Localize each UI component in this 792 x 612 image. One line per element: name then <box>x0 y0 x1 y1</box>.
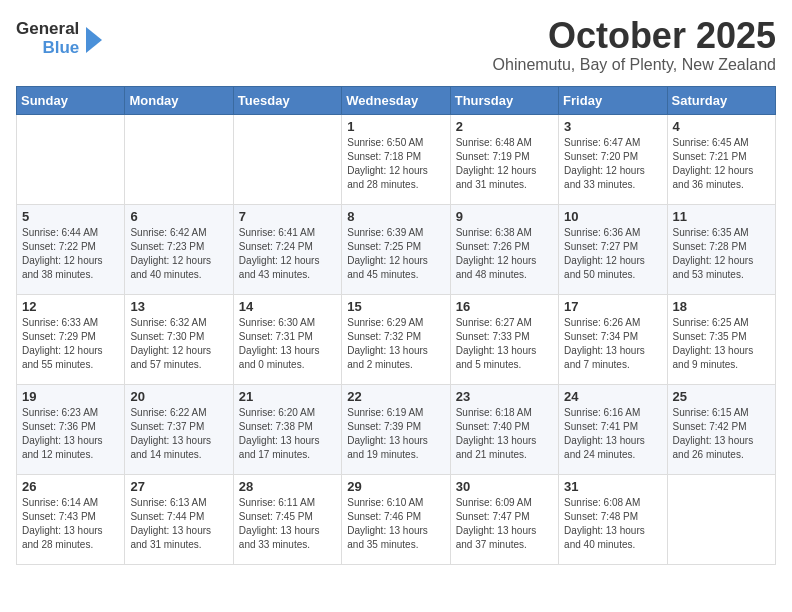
calendar-cell: 10Sunrise: 6:36 AMSunset: 7:27 PMDayligh… <box>559 204 667 294</box>
day-number: 27 <box>130 479 227 494</box>
day-info: Sunrise: 6:50 AMSunset: 7:18 PMDaylight:… <box>347 136 444 192</box>
day-number: 21 <box>239 389 336 404</box>
calendar-cell: 31Sunrise: 6:08 AMSunset: 7:48 PMDayligh… <box>559 474 667 564</box>
day-info: Sunrise: 6:08 AMSunset: 7:48 PMDaylight:… <box>564 496 661 552</box>
day-number: 4 <box>673 119 770 134</box>
calendar-cell: 29Sunrise: 6:10 AMSunset: 7:46 PMDayligh… <box>342 474 450 564</box>
day-info: Sunrise: 6:14 AMSunset: 7:43 PMDaylight:… <box>22 496 119 552</box>
calendar-cell: 17Sunrise: 6:26 AMSunset: 7:34 PMDayligh… <box>559 294 667 384</box>
title-block: October 2025 Ohinemutu, Bay of Plenty, N… <box>493 16 776 74</box>
logo-blue-text: Blue <box>42 39 79 58</box>
weekday-header-saturday: Saturday <box>667 86 775 114</box>
day-number: 3 <box>564 119 661 134</box>
day-number: 22 <box>347 389 444 404</box>
day-info: Sunrise: 6:36 AMSunset: 7:27 PMDaylight:… <box>564 226 661 282</box>
calendar-cell: 7Sunrise: 6:41 AMSunset: 7:24 PMDaylight… <box>233 204 341 294</box>
weekday-header-row: SundayMondayTuesdayWednesdayThursdayFrid… <box>17 86 776 114</box>
day-info: Sunrise: 6:15 AMSunset: 7:42 PMDaylight:… <box>673 406 770 462</box>
day-number: 12 <box>22 299 119 314</box>
day-info: Sunrise: 6:26 AMSunset: 7:34 PMDaylight:… <box>564 316 661 372</box>
calendar-week-row: 26Sunrise: 6:14 AMSunset: 7:43 PMDayligh… <box>17 474 776 564</box>
day-info: Sunrise: 6:16 AMSunset: 7:41 PMDaylight:… <box>564 406 661 462</box>
calendar-cell <box>667 474 775 564</box>
calendar-cell: 19Sunrise: 6:23 AMSunset: 7:36 PMDayligh… <box>17 384 125 474</box>
day-number: 11 <box>673 209 770 224</box>
day-info: Sunrise: 6:27 AMSunset: 7:33 PMDaylight:… <box>456 316 553 372</box>
day-info: Sunrise: 6:39 AMSunset: 7:25 PMDaylight:… <box>347 226 444 282</box>
logo-triangle-icon <box>82 25 104 55</box>
day-number: 6 <box>130 209 227 224</box>
calendar-cell: 8Sunrise: 6:39 AMSunset: 7:25 PMDaylight… <box>342 204 450 294</box>
day-number: 29 <box>347 479 444 494</box>
weekday-header-monday: Monday <box>125 86 233 114</box>
calendar-cell: 25Sunrise: 6:15 AMSunset: 7:42 PMDayligh… <box>667 384 775 474</box>
day-number: 17 <box>564 299 661 314</box>
day-number: 24 <box>564 389 661 404</box>
calendar-cell: 28Sunrise: 6:11 AMSunset: 7:45 PMDayligh… <box>233 474 341 564</box>
day-info: Sunrise: 6:47 AMSunset: 7:20 PMDaylight:… <box>564 136 661 192</box>
day-info: Sunrise: 6:45 AMSunset: 7:21 PMDaylight:… <box>673 136 770 192</box>
calendar-cell: 24Sunrise: 6:16 AMSunset: 7:41 PMDayligh… <box>559 384 667 474</box>
day-number: 15 <box>347 299 444 314</box>
logo-general-text: General <box>16 20 79 39</box>
calendar-cell: 2Sunrise: 6:48 AMSunset: 7:19 PMDaylight… <box>450 114 558 204</box>
calendar-cell: 27Sunrise: 6:13 AMSunset: 7:44 PMDayligh… <box>125 474 233 564</box>
day-info: Sunrise: 6:09 AMSunset: 7:47 PMDaylight:… <box>456 496 553 552</box>
calendar-cell: 3Sunrise: 6:47 AMSunset: 7:20 PMDaylight… <box>559 114 667 204</box>
day-info: Sunrise: 6:30 AMSunset: 7:31 PMDaylight:… <box>239 316 336 372</box>
calendar-cell: 30Sunrise: 6:09 AMSunset: 7:47 PMDayligh… <box>450 474 558 564</box>
day-number: 28 <box>239 479 336 494</box>
day-info: Sunrise: 6:32 AMSunset: 7:30 PMDaylight:… <box>130 316 227 372</box>
calendar-cell <box>233 114 341 204</box>
calendar-cell: 4Sunrise: 6:45 AMSunset: 7:21 PMDaylight… <box>667 114 775 204</box>
day-info: Sunrise: 6:11 AMSunset: 7:45 PMDaylight:… <box>239 496 336 552</box>
calendar-cell: 18Sunrise: 6:25 AMSunset: 7:35 PMDayligh… <box>667 294 775 384</box>
calendar-cell: 11Sunrise: 6:35 AMSunset: 7:28 PMDayligh… <box>667 204 775 294</box>
day-info: Sunrise: 6:23 AMSunset: 7:36 PMDaylight:… <box>22 406 119 462</box>
calendar-cell: 5Sunrise: 6:44 AMSunset: 7:22 PMDaylight… <box>17 204 125 294</box>
weekday-header-thursday: Thursday <box>450 86 558 114</box>
day-info: Sunrise: 6:10 AMSunset: 7:46 PMDaylight:… <box>347 496 444 552</box>
day-number: 19 <box>22 389 119 404</box>
day-number: 7 <box>239 209 336 224</box>
day-number: 20 <box>130 389 227 404</box>
calendar-cell: 22Sunrise: 6:19 AMSunset: 7:39 PMDayligh… <box>342 384 450 474</box>
calendar-cell: 20Sunrise: 6:22 AMSunset: 7:37 PMDayligh… <box>125 384 233 474</box>
calendar-cell: 14Sunrise: 6:30 AMSunset: 7:31 PMDayligh… <box>233 294 341 384</box>
day-number: 30 <box>456 479 553 494</box>
day-number: 10 <box>564 209 661 224</box>
calendar-cell <box>17 114 125 204</box>
weekday-header-tuesday: Tuesday <box>233 86 341 114</box>
day-number: 1 <box>347 119 444 134</box>
day-number: 25 <box>673 389 770 404</box>
day-info: Sunrise: 6:33 AMSunset: 7:29 PMDaylight:… <box>22 316 119 372</box>
page-header: General Blue October 2025 Ohinemutu, Bay… <box>16 16 776 74</box>
day-number: 2 <box>456 119 553 134</box>
day-info: Sunrise: 6:44 AMSunset: 7:22 PMDaylight:… <box>22 226 119 282</box>
day-info: Sunrise: 6:29 AMSunset: 7:32 PMDaylight:… <box>347 316 444 372</box>
calendar-cell: 15Sunrise: 6:29 AMSunset: 7:32 PMDayligh… <box>342 294 450 384</box>
day-number: 5 <box>22 209 119 224</box>
calendar-table: SundayMondayTuesdayWednesdayThursdayFrid… <box>16 86 776 565</box>
day-number: 9 <box>456 209 553 224</box>
day-info: Sunrise: 6:13 AMSunset: 7:44 PMDaylight:… <box>130 496 227 552</box>
day-info: Sunrise: 6:48 AMSunset: 7:19 PMDaylight:… <box>456 136 553 192</box>
day-info: Sunrise: 6:42 AMSunset: 7:23 PMDaylight:… <box>130 226 227 282</box>
calendar-cell: 1Sunrise: 6:50 AMSunset: 7:18 PMDaylight… <box>342 114 450 204</box>
day-number: 31 <box>564 479 661 494</box>
month-title: October 2025 <box>493 16 776 56</box>
day-number: 8 <box>347 209 444 224</box>
weekday-header-sunday: Sunday <box>17 86 125 114</box>
day-number: 16 <box>456 299 553 314</box>
day-info: Sunrise: 6:38 AMSunset: 7:26 PMDaylight:… <box>456 226 553 282</box>
weekday-header-friday: Friday <box>559 86 667 114</box>
calendar-cell: 6Sunrise: 6:42 AMSunset: 7:23 PMDaylight… <box>125 204 233 294</box>
location-title: Ohinemutu, Bay of Plenty, New Zealand <box>493 56 776 74</box>
calendar-week-row: 5Sunrise: 6:44 AMSunset: 7:22 PMDaylight… <box>17 204 776 294</box>
day-info: Sunrise: 6:20 AMSunset: 7:38 PMDaylight:… <box>239 406 336 462</box>
calendar-cell: 26Sunrise: 6:14 AMSunset: 7:43 PMDayligh… <box>17 474 125 564</box>
calendar-week-row: 12Sunrise: 6:33 AMSunset: 7:29 PMDayligh… <box>17 294 776 384</box>
day-info: Sunrise: 6:35 AMSunset: 7:28 PMDaylight:… <box>673 226 770 282</box>
day-info: Sunrise: 6:19 AMSunset: 7:39 PMDaylight:… <box>347 406 444 462</box>
calendar-cell: 12Sunrise: 6:33 AMSunset: 7:29 PMDayligh… <box>17 294 125 384</box>
